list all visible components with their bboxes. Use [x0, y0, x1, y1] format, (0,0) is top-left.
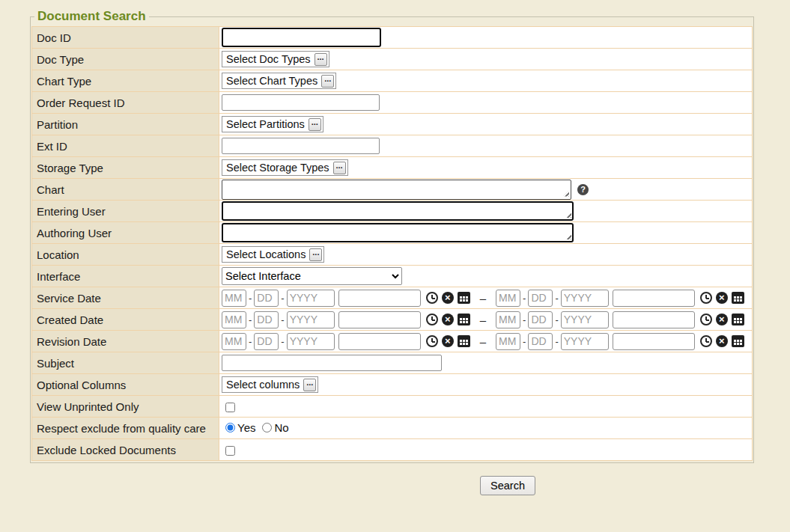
service-date-from-year-input[interactable] — [287, 290, 335, 307]
calendar-icon[interactable] — [732, 314, 744, 325]
optional-columns-browse-button[interactable]: ... — [303, 379, 316, 391]
revision-date-to-time-input[interactable] — [613, 333, 695, 350]
order-request-id-label: Order Request ID — [32, 92, 219, 114]
created-date-range: - - – - - — [222, 311, 752, 328]
row-doc-id: Doc ID — [32, 27, 753, 49]
ext-id-label: Ext ID — [32, 135, 219, 157]
chart-type-picker[interactable]: Select Chart Types ... — [222, 73, 336, 89]
clear-date-icon[interactable] — [442, 314, 454, 325]
location-picker[interactable]: Select Locations ... — [222, 246, 324, 263]
date-part-separator: - — [281, 293, 284, 304]
revision-date-from-day-input[interactable] — [254, 333, 279, 350]
service-date-to-day-input[interactable] — [528, 290, 553, 307]
document-search-fieldset: Document Search Doc ID Doc Type Select D… — [30, 9, 754, 463]
search-button[interactable]: Search — [480, 476, 535, 495]
created-date-to-year-input[interactable] — [561, 311, 609, 328]
clock-icon[interactable] — [700, 314, 712, 325]
revision-date-to-month-input[interactable] — [496, 333, 520, 350]
date-part-separator: - — [523, 293, 526, 304]
optional-columns-picker[interactable]: Select columns ... — [222, 376, 318, 393]
revision-date-to-day-input[interactable] — [528, 333, 553, 350]
revision-date-from-time-input[interactable] — [338, 333, 421, 350]
authoring-user-input[interactable] — [222, 223, 574, 242]
row-view-unprinted-only: View Unprinted Only — [32, 396, 753, 418]
partition-picker[interactable]: Select Partitions ... — [222, 116, 323, 132]
revision-date-from-year-input[interactable] — [287, 333, 335, 350]
created-date-from-day-input[interactable] — [254, 311, 279, 328]
date-range-separator: – — [480, 335, 486, 348]
date-part-separator: - — [249, 336, 252, 347]
calendar-icon[interactable] — [732, 292, 744, 304]
entering-user-input[interactable] — [222, 201, 574, 221]
date-part-separator: - — [555, 293, 558, 304]
storage-type-label: Storage Type — [32, 157, 219, 179]
row-authoring-user: Authoring User — [32, 222, 753, 244]
interface-select[interactable]: Select Interface — [222, 267, 402, 285]
authoring-user-label: Authoring User — [32, 222, 219, 244]
date-part-separator: - — [281, 314, 284, 325]
optional-columns-picker-text: Select columns — [226, 379, 300, 391]
created-date-to-day-input[interactable] — [528, 311, 553, 328]
exclude-locked-checkbox[interactable] — [225, 446, 235, 456]
service-date-from-time-input[interactable] — [338, 290, 421, 307]
date-range-separator: – — [480, 292, 486, 305]
storage-type-picker[interactable]: Select Storage Types ... — [222, 159, 348, 176]
row-partition: Partition Select Partitions ... — [32, 114, 753, 135]
clock-icon[interactable] — [700, 335, 712, 347]
created-date-from-month-input[interactable] — [222, 311, 246, 328]
clear-date-icon[interactable] — [716, 292, 728, 304]
revision-date-from-month-input[interactable] — [222, 333, 246, 350]
doc-type-browse-button[interactable]: ... — [315, 53, 327, 66]
clock-icon[interactable] — [700, 292, 712, 304]
clock-icon[interactable] — [426, 314, 438, 325]
doc-id-input[interactable] — [222, 28, 381, 47]
respect-exclude-no-radio[interactable] — [262, 423, 272, 432]
calendar-icon[interactable] — [458, 335, 470, 347]
row-order-request-id: Order Request ID — [32, 92, 753, 114]
clear-date-icon[interactable] — [716, 335, 728, 347]
calendar-icon[interactable] — [458, 292, 470, 304]
location-label: Location — [32, 244, 219, 266]
page-title: Document Search — [34, 9, 149, 24]
service-date-to-year-input[interactable] — [561, 290, 609, 307]
clear-date-icon[interactable] — [442, 335, 454, 347]
view-unprinted-only-checkbox[interactable] — [225, 403, 235, 412]
respect-exclude-radio-group: Yes No — [225, 421, 296, 434]
location-browse-button[interactable]: ... — [309, 248, 322, 261]
order-request-id-input[interactable] — [222, 94, 380, 111]
search-button-row: Search — [480, 476, 790, 495]
help-icon[interactable]: ? — [577, 184, 589, 195]
date-range-separator: – — [480, 314, 486, 326]
clock-icon[interactable] — [426, 292, 438, 304]
chart-textarea[interactable] — [222, 180, 571, 200]
clear-date-icon[interactable] — [442, 292, 454, 304]
service-date-from-month-input[interactable] — [222, 290, 246, 307]
revision-date-label: Revision Date — [32, 331, 219, 352]
calendar-icon[interactable] — [732, 335, 744, 347]
partition-label: Partition — [32, 114, 219, 135]
storage-type-browse-button[interactable]: ... — [333, 162, 346, 174]
created-date-from-icons — [426, 314, 470, 325]
created-date-to-month-input[interactable] — [496, 311, 520, 328]
subject-input[interactable] — [222, 355, 442, 371]
revision-date-to-icons — [700, 335, 744, 347]
service-date-to-time-input[interactable] — [613, 290, 695, 307]
created-date-from-time-input[interactable] — [338, 311, 421, 328]
subject-label: Subject — [32, 352, 219, 374]
service-date-from-day-input[interactable] — [254, 290, 279, 307]
row-service-date: Service Date - - – - — [32, 287, 753, 309]
calendar-icon[interactable] — [458, 314, 470, 325]
row-entering-user: Entering User — [32, 201, 753, 222]
doc-type-picker[interactable]: Select Doc Types ... — [222, 51, 329, 67]
clear-date-icon[interactable] — [716, 314, 728, 325]
ext-id-input[interactable] — [222, 138, 380, 154]
revision-date-to-year-input[interactable] — [561, 333, 609, 350]
respect-exclude-yes-radio[interactable] — [225, 423, 235, 432]
date-part-separator: - — [523, 336, 526, 347]
created-date-from-year-input[interactable] — [287, 311, 335, 328]
service-date-to-month-input[interactable] — [496, 290, 520, 307]
partition-browse-button[interactable]: ... — [309, 118, 321, 131]
created-date-to-time-input[interactable] — [613, 311, 695, 328]
clock-icon[interactable] — [426, 335, 438, 347]
chart-type-browse-button[interactable]: ... — [321, 75, 334, 88]
